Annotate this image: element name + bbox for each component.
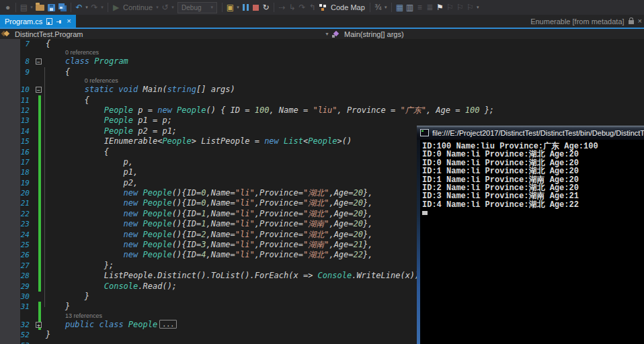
line-number: 9 (0, 67, 34, 77)
outlining-margin (34, 67, 46, 77)
clear-bookmarks-icon[interactable]: ⚐ (465, 1, 475, 13)
outlining-margin (34, 330, 46, 340)
dropdown-arrow-icon[interactable]: ▾ (235, 1, 241, 13)
toolbar-separator (108, 3, 108, 12)
pause-icon[interactable] (243, 4, 249, 11)
line-number: 8 (0, 56, 34, 67)
dropdown-arrow-icon[interactable]: ▾ (84, 1, 89, 13)
collapsed-code-box[interactable]: ... (159, 320, 177, 329)
step-out-icon[interactable]: ↰ (307, 1, 317, 13)
continue-label[interactable]: Continue (121, 1, 155, 13)
document-saved-icon (46, 18, 52, 25)
breakpoints-window-icon[interactable]: ▣ (225, 1, 235, 13)
toolbar-separator (15, 3, 16, 12)
console-window[interactable]: file:///E:/Project2017/DistinctTest/Dist… (417, 126, 644, 344)
outlining-margin (34, 77, 46, 85)
lock-icon (629, 20, 634, 24)
dropdown-arrow-icon[interactable]: ▾ (170, 1, 175, 13)
step-into-icon[interactable]: ↳ (287, 1, 297, 13)
navigate-backward-icon[interactable]: ● (3, 1, 13, 13)
close-tab-icon[interactable]: × (67, 17, 71, 25)
outlining-margin (34, 167, 46, 177)
type-dropdown[interactable]: DistinctTest.Program ▼ (0, 30, 332, 38)
prev-bookmark-icon[interactable]: ⚐ (445, 1, 455, 13)
code-line-11[interactable]: 11 { (0, 95, 644, 105)
collapse-region-icon[interactable]: − (36, 58, 42, 64)
save-all-icon[interactable] (58, 3, 65, 9)
code-line-8[interactable]: 8− class Program (0, 56, 644, 67)
codelens-row: 0 references (0, 49, 644, 56)
code-map-label[interactable]: Code Map (329, 1, 367, 13)
code-line-12[interactable]: 12 People p = new People() { ID = 100, N… (0, 105, 644, 116)
diagnostics-window-icon[interactable]: ▦ (395, 1, 405, 13)
dropdown-arrow-icon[interactable]: ▾ (155, 1, 160, 13)
codelens-references-link[interactable]: 0 references (85, 77, 118, 85)
console-output-line: ID:4 Name:li Province:湖北 Age:22 (422, 201, 644, 209)
restart-app-icon[interactable]: ↻ (261, 1, 271, 13)
tab-enumerable-metadata[interactable]: Enumerable [from metadata] × (530, 15, 644, 28)
solution-configurations-combo[interactable]: Debug▾ (177, 2, 217, 13)
codelens-references-link[interactable]: 13 references (65, 312, 102, 320)
line-number: 24 (0, 230, 34, 240)
outlining-margin (34, 250, 46, 260)
stop-icon[interactable] (253, 5, 259, 11)
console-output: ID:100 Name:liu Province:广东 Age:100ID:0 … (420, 140, 644, 344)
member-dropdown[interactable]: Main(string[] args) (332, 30, 404, 38)
restart-icon[interactable]: ↺ (160, 1, 170, 13)
next-bookmark-icon[interactable]: ⚐ (455, 1, 465, 13)
step-over-icon[interactable]: ↷ (297, 1, 307, 13)
new-file-icon[interactable]: ▤ (19, 1, 29, 13)
collapse-region-icon[interactable]: − (36, 87, 42, 93)
code-text: { (46, 67, 644, 77)
code-line-9[interactable]: 9 { (0, 67, 644, 77)
dropdown-arrow-icon[interactable]: ▾ (383, 1, 389, 13)
parameter-info-icon[interactable]: ≣ (425, 1, 435, 13)
console-output-line: ID:1 Name:li Province:湖北 Age:20 (422, 167, 644, 175)
save-icon[interactable] (48, 4, 55, 11)
class-icon (3, 30, 11, 38)
toolbar-separator (222, 3, 223, 12)
line-number: 23 (0, 219, 34, 229)
dropdown-arrow-icon[interactable]: ▾ (29, 1, 34, 13)
continue-icon[interactable]: ▶ (111, 1, 121, 13)
codelens-references-link[interactable]: 0 references (65, 49, 99, 56)
close-tab-icon[interactable]: × (638, 17, 642, 25)
console-title-bar[interactable]: file:///E:/Project2017/DistinctTest/Dist… (417, 126, 644, 140)
toolbar-separator (71, 3, 71, 12)
outlining-margin (34, 312, 46, 320)
outlining-margin: + (34, 320, 46, 330)
method-icon (332, 30, 340, 38)
line-number: 26 (0, 250, 34, 260)
outlining-margin (34, 219, 46, 229)
list-members-icon[interactable]: ≡ (415, 1, 425, 13)
pin-tab-icon[interactable] (56, 20, 63, 24)
line-number: 27 (0, 261, 34, 271)
undo-icon[interactable]: ↶ (74, 1, 84, 13)
show-next-statement-icon[interactable]: ⇢ (277, 1, 287, 13)
console-output-line: ID:3 Name:li Province:湖南 Age:21 (422, 192, 644, 200)
outlining-margin (34, 39, 46, 49)
line-number (0, 49, 34, 56)
member-dropdown-label: Main(string[] args) (344, 30, 404, 38)
outlining-margin (34, 230, 46, 240)
line-number: 20 (0, 188, 34, 198)
intellitrace-icon[interactable]: ¾ (373, 1, 383, 13)
console-app-icon (420, 129, 429, 136)
code-line-13[interactable]: 13 People p1 = p; (0, 116, 644, 126)
code-line-10[interactable]: 10− static void Main(string[] args) (0, 85, 644, 95)
code-map-icon[interactable] (319, 4, 327, 11)
code-line-7[interactable]: 7{ (0, 39, 644, 49)
open-file-icon[interactable] (36, 5, 44, 11)
redo-icon[interactable]: ↷ (89, 1, 99, 13)
chevron-down-icon[interactable]: ▼ (325, 32, 332, 36)
tab-program-cs[interactable]: Program.cs × (0, 15, 76, 28)
dropdown-arrow-icon[interactable]: ▾ (475, 1, 481, 13)
code-text: People p = new People() { ID = 100, Name… (46, 105, 644, 116)
outlining-margin (34, 271, 46, 281)
expand-region-icon[interactable]: + (36, 322, 42, 328)
code-text: People p1 = p; (46, 116, 644, 126)
events-window-icon[interactable]: ▥ (405, 1, 415, 13)
console-cursor (422, 211, 428, 215)
dropdown-arrow-icon[interactable]: ▾ (99, 1, 105, 13)
bookmark-icon[interactable]: ⚑ (435, 1, 445, 13)
